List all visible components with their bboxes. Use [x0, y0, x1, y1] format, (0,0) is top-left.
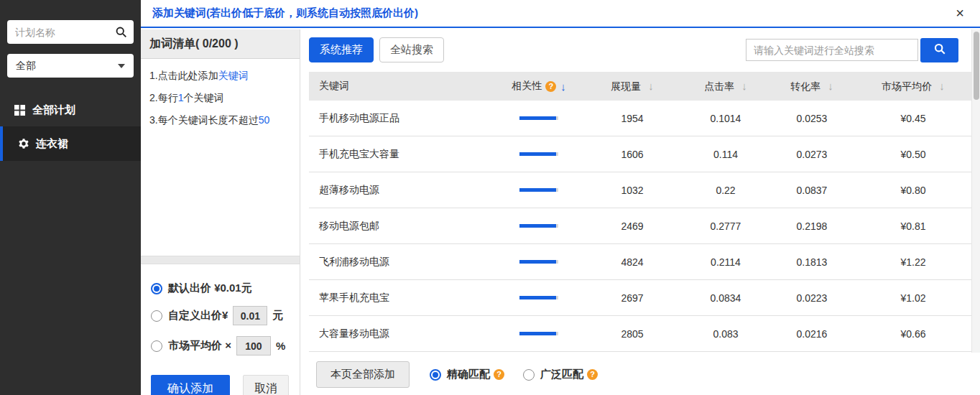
relevance-bar: [519, 296, 558, 299]
sidebar-item-label: 全部计划: [32, 103, 75, 117]
gear-icon: [17, 138, 29, 149]
header-keyword: 关键词: [309, 80, 496, 93]
help-icon[interactable]: ?: [494, 369, 504, 380]
table-row[interactable]: 大容量移动电源 2805 0.083 0.0216 ¥0.66: [309, 316, 971, 352]
instruction-line: 2.每行1个关键词: [149, 90, 292, 106]
tab-site-search[interactable]: 全站搜索: [379, 37, 444, 62]
market-price-unit: %: [276, 340, 285, 352]
match-type-group: 精确匹配 ? 广泛匹配 ?: [430, 368, 598, 381]
radio-icon[interactable]: [523, 369, 535, 381]
default-bid-option[interactable]: 默认出价 ¥0.01元: [151, 282, 292, 295]
relevance-bar: [519, 332, 558, 335]
market-price-input[interactable]: [236, 336, 271, 356]
add-list-header: 加词清单( 0/200 ): [141, 29, 300, 59]
plan-search: [7, 20, 134, 44]
header-relevance: 相关性 ? ↓: [496, 80, 582, 93]
relevance-bar: [519, 224, 558, 228]
add-list-panel: 加词清单( 0/200 ) 1.点击此处添加关键词 2.每行1个关键词 3.每个…: [141, 29, 300, 395]
table-row[interactable]: 手机充电宝大容量 1606 0.114 0.0273 ¥0.50: [309, 136, 971, 172]
table-row[interactable]: 飞利浦移动电源 4824 0.2114 0.1813 ¥1.22: [309, 244, 971, 280]
close-icon[interactable]: ×: [956, 5, 964, 21]
cancel-button[interactable]: 取消: [243, 375, 289, 395]
modal-title: 添加关键词(若出价低于底价，则系统自动按照底价出价): [152, 6, 418, 20]
sort-desc-icon[interactable]: ↓: [648, 80, 654, 92]
chevron-down-icon: [118, 64, 125, 68]
vertical-scrollbar[interactable]: [971, 29, 980, 353]
plan-filter-select[interactable]: 全部: [7, 54, 134, 78]
market-price-option[interactable]: 市场平均价 × %: [151, 336, 292, 356]
grid-icon: [14, 105, 25, 116]
custom-bid-input[interactable]: [233, 306, 267, 325]
app-root: 全部 全部计划 连衣裙: [0, 0, 980, 395]
custom-bid-label: 自定义出价¥: [168, 309, 228, 322]
sort-desc-icon[interactable]: ↓: [560, 80, 566, 93]
radio-icon[interactable]: [151, 340, 162, 352]
exact-match-option[interactable]: 精确匹配 ?: [430, 368, 504, 381]
keyword-search-input[interactable]: [746, 39, 918, 61]
sort-desc-icon[interactable]: ↓: [741, 80, 747, 92]
table-row[interactable]: 移动电源包邮 2469 0.2777 0.2198 ¥0.81: [309, 208, 971, 244]
table-row[interactable]: 超薄移动电源 1032 0.22 0.0837 ¥0.80: [309, 172, 971, 208]
market-price-label: 市场平均价 ×: [168, 339, 231, 353]
keyword-content: 系统推荐 全站搜索 关键词: [300, 29, 980, 395]
relevance-bar: [519, 188, 558, 192]
tab-system-recommend[interactable]: 系统推荐: [309, 37, 374, 62]
table-row[interactable]: 手机移动电源正品 1954 0.1014 0.0253 ¥0.45: [309, 101, 971, 136]
sidebar-item-dress-plan[interactable]: 连衣裙: [0, 126, 141, 161]
table-header-row: 关键词 相关性 ? ↓ 展现量 ↓ 点击率 ↓ 转化率: [309, 72, 971, 101]
header-impressions: 展现量 ↓: [582, 80, 683, 93]
sort-desc-icon[interactable]: ↓: [939, 80, 945, 92]
keyword-entry-area[interactable]: 1.点击此处添加关键词 2.每行1个关键词 3.每个关键词长度不超过50: [141, 59, 300, 256]
toolbar: 系统推荐 全站搜索: [300, 29, 980, 69]
broad-match-option[interactable]: 广泛匹配 ?: [523, 368, 598, 381]
modal-header: 添加关键词(若出价低于底价，则系统自动按照底价出价) ×: [141, 0, 980, 28]
relevance-bar: [519, 260, 558, 264]
keyword-table: 关键词 相关性 ? ↓ 展现量 ↓ 点击率 ↓ 转化率: [309, 72, 971, 352]
custom-bid-option[interactable]: 自定义出价¥ 元: [151, 306, 292, 325]
sidebar-item-label: 连衣裙: [36, 137, 68, 151]
table-row[interactable]: 苹果手机充电宝 2697 0.0834 0.0223 ¥1.02: [309, 280, 971, 316]
instruction-line: 1.点击此处添加关键词: [149, 68, 292, 83]
plan-filter-value: 全部: [16, 60, 36, 73]
keyword-search: [746, 38, 958, 62]
help-icon[interactable]: ?: [545, 81, 556, 92]
radio-icon[interactable]: [151, 310, 162, 322]
add-all-button[interactable]: 本页全部添加: [316, 361, 410, 388]
scrollbar-thumb[interactable]: [974, 32, 979, 100]
panel-divider: [141, 256, 300, 264]
panel-actions: 确认添加 取消: [141, 366, 300, 395]
radio-selected-icon[interactable]: [151, 283, 162, 294]
radio-selected-icon[interactable]: [430, 369, 441, 381]
help-icon[interactable]: ?: [587, 369, 598, 380]
custom-bid-unit: 元: [272, 309, 283, 322]
header-cvr: 转化率 ↓: [769, 80, 855, 93]
bid-options: 默认出价 ¥0.01元 自定义出价¥ 元 市场平均价 × %: [141, 264, 300, 356]
plans-sidebar: 全部 全部计划 连衣裙: [0, 0, 141, 395]
instruction-line: 3.每个关键词长度不超过50: [149, 113, 292, 128]
relevance-bar: [519, 116, 558, 120]
sidebar-item-all-plans[interactable]: 全部计划: [0, 93, 141, 126]
confirm-add-button[interactable]: 确认添加: [151, 375, 230, 395]
default-bid-label: 默认出价 ¥0.01元: [168, 282, 252, 295]
table-footer: 本页全部添加 精确匹配 ? 广泛匹配 ?: [316, 361, 971, 388]
keyword-search-button[interactable]: [920, 38, 958, 62]
relevance-bar: [519, 152, 558, 156]
sort-desc-icon[interactable]: ↓: [828, 80, 833, 92]
header-market-price: 市场平均价 ↓: [855, 80, 971, 93]
search-icon[interactable]: [115, 26, 127, 41]
header-ctr: 点击率 ↓: [683, 80, 769, 93]
search-icon: [933, 42, 946, 57]
add-keywords-modal: 添加关键词(若出价低于底价，则系统自动按照底价出价) × 加词清单( 0/200…: [141, 0, 980, 395]
